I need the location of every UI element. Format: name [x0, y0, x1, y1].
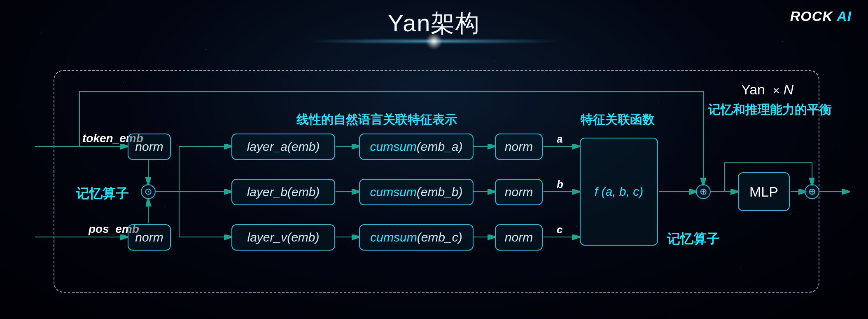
residual-add-2: ⊕	[805, 184, 819, 199]
norm-box-pos: norm	[128, 224, 171, 251]
logo-ai: AI	[833, 8, 852, 24]
section-heading-linear: 线性的自然语言关联特征表示	[296, 111, 457, 128]
edge-label-a: a	[557, 133, 562, 145]
cumsum-a-box: cumsum(emb_a)	[359, 134, 474, 160]
norm-box-token: norm	[128, 134, 171, 160]
cumsum-arg-a: (emb_a)	[417, 140, 463, 154]
logo-rock: ROCK	[790, 8, 833, 24]
cumsum-arg-b: (emb_b)	[417, 185, 463, 199]
layer-v-box: layer_v(emb)	[231, 224, 335, 251]
layer-b-box: layer_b(emb)	[231, 179, 335, 205]
balance-subtitle: 记忆和推理能力的平衡	[708, 101, 832, 118]
edge-label-c: c	[557, 223, 562, 236]
memory-operator-label-left: 记忆算子	[76, 185, 129, 203]
hadamard-symbol: ⊙	[145, 186, 152, 197]
section-heading-corr: 特征关联函数	[581, 111, 655, 128]
memory-operator-label-right: 记忆算子	[667, 230, 720, 248]
yan-text: Yan	[741, 82, 765, 97]
plus-symbol-1: ⊕	[700, 186, 707, 197]
norm-box-c: norm	[495, 224, 543, 251]
f-correlation-box: f (a, b, c)	[580, 138, 658, 246]
cumsum-b-box: cumsum(emb_b)	[359, 179, 474, 205]
norm-box-a: norm	[495, 134, 543, 160]
brand-logo: ROCK AI	[790, 8, 852, 24]
mlp-box: MLP	[738, 172, 790, 211]
cumsum-prefix-c: cumsum	[370, 230, 417, 244]
norm-box-b: norm	[495, 179, 543, 205]
residual-add-1: ⊕	[696, 184, 711, 199]
times-symbol: ×	[773, 84, 779, 97]
layer-a-box: layer_a(emb)	[231, 134, 335, 160]
plus-symbol-2: ⊕	[808, 186, 816, 197]
diagram-title: Yan架构	[388, 7, 481, 40]
hadamard-op: ⊙	[141, 184, 156, 199]
n-text: N	[784, 82, 794, 97]
yan-times-n: Yan × N	[741, 82, 793, 98]
edge-label-b: b	[557, 178, 563, 191]
cumsum-prefix-b: cumsum	[370, 185, 416, 199]
cumsum-prefix-a: cumsum	[370, 140, 416, 154]
cumsum-arg-c: (emb_c)	[417, 230, 462, 244]
cumsum-c-box: cumsum(emb_c)	[359, 224, 474, 251]
